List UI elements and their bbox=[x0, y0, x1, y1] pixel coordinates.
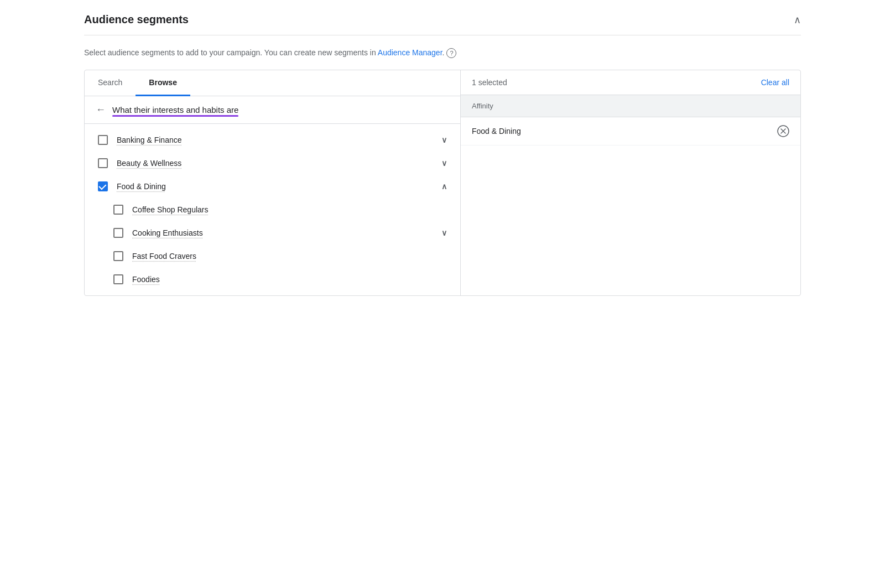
item-label-cooking: Cooking Enthusiasts bbox=[132, 228, 433, 237]
item-label-food: Food & Dining bbox=[117, 182, 433, 191]
list-item[interactable]: Banking & Finance ∨ bbox=[85, 128, 460, 152]
section-header: Audience segments ∧ bbox=[84, 13, 801, 35]
clear-all-button[interactable]: Clear all bbox=[761, 78, 789, 87]
audience-manager-link[interactable]: Audience Manager bbox=[378, 48, 442, 57]
collapse-icon[interactable]: ∧ bbox=[794, 14, 801, 26]
tab-browse[interactable]: Browse bbox=[136, 70, 190, 96]
chevron-down-icon[interactable]: ∨ bbox=[441, 136, 447, 144]
affinity-header: Affinity bbox=[461, 95, 800, 117]
checkbox-banking[interactable] bbox=[98, 135, 108, 145]
item-label-coffee: Coffee Shop Regulars bbox=[132, 205, 447, 214]
list-item[interactable]: Food & Dining ∧ bbox=[85, 175, 460, 198]
item-label-foodies: Foodies bbox=[132, 275, 447, 284]
checkbox-food[interactable] bbox=[98, 181, 108, 191]
right-panel-header: 1 selected Clear all bbox=[461, 70, 800, 95]
checkbox-foodies[interactable] bbox=[113, 274, 123, 284]
breadcrumb-row: ← What their interests and habits are bbox=[85, 96, 460, 124]
item-label-banking: Banking & Finance bbox=[117, 136, 433, 144]
main-panel: Search Browse ← What their interests and… bbox=[84, 70, 801, 296]
help-icon[interactable]: ? bbox=[446, 48, 456, 58]
section-title: Audience segments bbox=[84, 13, 189, 26]
tabs-container: Search Browse bbox=[85, 70, 460, 96]
list-item[interactable]: Foodies bbox=[113, 268, 460, 291]
item-label-fastfood: Fast Food Cravers bbox=[132, 252, 447, 261]
back-button[interactable]: ← bbox=[96, 104, 106, 116]
item-label-beauty: Beauty & Wellness bbox=[117, 159, 433, 168]
checkbox-coffee[interactable] bbox=[113, 205, 123, 215]
remove-item-button[interactable] bbox=[777, 125, 789, 137]
selected-count: 1 selected bbox=[472, 78, 507, 87]
list-item[interactable]: Beauty & Wellness ∨ bbox=[85, 152, 460, 175]
selected-item-row: Food & Dining bbox=[461, 117, 800, 145]
chevron-up-icon[interactable]: ∧ bbox=[441, 182, 447, 191]
tab-search[interactable]: Search bbox=[85, 70, 136, 96]
chevron-down-icon[interactable]: ∨ bbox=[441, 159, 447, 168]
sub-items-food: Coffee Shop Regulars Cooking Enthusiasts… bbox=[85, 198, 460, 291]
right-panel: 1 selected Clear all Affinity Food & Din… bbox=[461, 70, 800, 295]
list-item[interactable]: Coffee Shop Regulars bbox=[113, 198, 460, 221]
chevron-down-icon[interactable]: ∨ bbox=[441, 228, 447, 237]
checkbox-fastfood[interactable] bbox=[113, 251, 123, 261]
checkbox-beauty[interactable] bbox=[98, 158, 108, 168]
selected-item-label: Food & Dining bbox=[472, 127, 521, 136]
list-item[interactable]: Fast Food Cravers bbox=[113, 244, 460, 268]
left-panel: Search Browse ← What their interests and… bbox=[85, 70, 461, 295]
breadcrumb-text: What their interests and habits are bbox=[112, 105, 238, 115]
description-text: Select audience segments to add to your … bbox=[84, 46, 801, 59]
list-item[interactable]: Cooking Enthusiasts ∨ bbox=[113, 221, 460, 244]
items-list: Banking & Finance ∨ Beauty & Wellness ∨ … bbox=[85, 124, 460, 295]
checkbox-cooking[interactable] bbox=[113, 228, 123, 238]
